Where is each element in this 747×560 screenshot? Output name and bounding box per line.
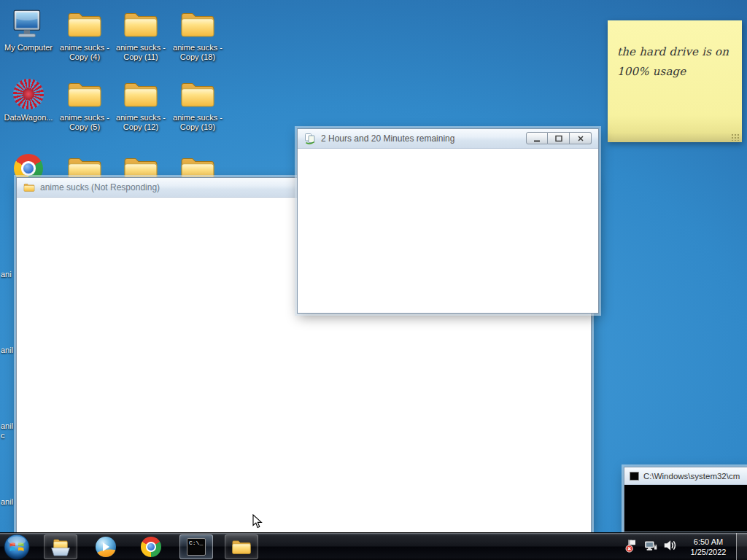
- taskbar-button-windows-explorer[interactable]: [44, 534, 77, 559]
- chrome-icon: [141, 537, 161, 557]
- window-title: 2 Hours and 20 Minutes remaining: [321, 133, 454, 144]
- windows-orb-icon: [4, 534, 30, 560]
- folder-icon: [179, 77, 216, 111]
- copy-dialog-window: 2 Hours and 20 Minutes remaining: [297, 128, 599, 314]
- clock-date: 1/25/2022: [681, 547, 735, 557]
- desktop-icon-folder-copy-11[interactable]: anime sucks - Copy (11): [113, 7, 169, 62]
- desktop-icon-folder-copy-18[interactable]: anime sucks - Copy (18): [170, 7, 225, 62]
- icon-label: anime sucks - Copy (19): [170, 113, 225, 132]
- taskbar-button-media-player[interactable]: [89, 534, 123, 559]
- taskbar-buttons: C:\_: [44, 534, 258, 559]
- icon-label: anime sucks - Copy (5): [57, 113, 112, 132]
- note-resize-grip[interactable]: [731, 133, 740, 141]
- copy-dialog-titlebar[interactable]: 2 Hours and 20 Minutes remaining: [298, 129, 598, 149]
- cmd-terminal[interactable]: [624, 485, 747, 532]
- desktop-icon-my-computer[interactable]: My Computer: [1, 7, 56, 52]
- folder-icon: [66, 7, 103, 41]
- datawagon-icon: [13, 79, 44, 109]
- clipped-icon-label[interactable]: anil: [1, 346, 16, 366]
- close-icon: [576, 134, 585, 143]
- icon-label: anime sucks - Copy (11): [113, 43, 169, 62]
- clock-time: 6:50 AM: [681, 537, 735, 547]
- file-copy-icon: [304, 133, 316, 144]
- clipped-icon-label[interactable]: anil: [1, 497, 16, 518]
- minimize-button[interactable]: [526, 132, 548, 144]
- clipped-icon-label[interactable]: anil c: [1, 421, 16, 442]
- window-title: C:\Windows\system32\cm: [643, 472, 740, 481]
- folder-icon: [123, 77, 159, 111]
- system-tray: [624, 538, 677, 553]
- caption-buttons: [526, 132, 592, 144]
- minimize-icon: [533, 134, 541, 143]
- show-desktop-button[interactable]: [736, 533, 747, 560]
- desktop-icon-folder-copy-5[interactable]: anime sucks - Copy (5): [57, 77, 112, 132]
- network-icon[interactable]: [643, 538, 658, 553]
- window-title: anime sucks (Not Responding): [40, 182, 160, 192]
- explorer-icon: [50, 537, 71, 557]
- computer-icon: [10, 7, 47, 41]
- desktop-icon-datawagon[interactable]: DataWagon...: [1, 77, 56, 122]
- icon-label: DataWagon...: [4, 113, 53, 122]
- icon-label: anime sucks - Copy (12): [113, 113, 169, 132]
- folder-icon: [123, 7, 159, 41]
- folder-icon: [179, 7, 216, 41]
- maximize-icon: [554, 134, 563, 143]
- folder-icon: [23, 182, 35, 192]
- folder-icon: [66, 77, 103, 111]
- cmd-window: C:\Windows\system32\cm: [624, 467, 747, 532]
- cmd-titlebar[interactable]: C:\Windows\system32\cm: [624, 467, 747, 485]
- volume-icon[interactable]: [662, 538, 677, 553]
- taskbar-button-cmd[interactable]: C:\_: [179, 534, 213, 559]
- action-center-alert-icon[interactable]: [624, 538, 639, 553]
- cmd-icon: C:\_: [187, 538, 206, 556]
- sticky-note[interactable]: the hard drive is on 100% usage: [608, 20, 742, 142]
- desktop-icon-folder-copy-12[interactable]: anime sucks - Copy (12): [113, 77, 169, 132]
- taskbar-button-chrome[interactable]: [134, 534, 168, 559]
- cmd-icon: [630, 472, 639, 481]
- taskbar: C:\_ 6:50 AM 1/25/2022: [0, 532, 747, 560]
- sticky-note-text: the hard drive is on 100% usage: [617, 42, 732, 82]
- maximize-button[interactable]: [548, 132, 570, 144]
- start-button[interactable]: [4, 534, 30, 560]
- copy-dialog-content: [298, 149, 598, 313]
- close-button[interactable]: [570, 132, 592, 144]
- icon-label: anime sucks - Copy (18): [170, 43, 225, 62]
- taskbar-clock[interactable]: 6:50 AM 1/25/2022: [681, 537, 735, 557]
- icon-label: My Computer: [4, 43, 53, 52]
- media-player-icon: [96, 537, 116, 557]
- icon-label: anime sucks - Copy (4): [57, 43, 112, 62]
- desktop-icon-folder-copy-19[interactable]: anime sucks - Copy (19): [170, 77, 225, 132]
- desktop-icon-folder-copy-4[interactable]: anime sucks - Copy (4): [57, 7, 112, 62]
- taskbar-button-folder-window[interactable]: [225, 534, 258, 559]
- clipped-icon-label[interactable]: ani: [1, 270, 16, 290]
- folder-icon: [231, 538, 252, 556]
